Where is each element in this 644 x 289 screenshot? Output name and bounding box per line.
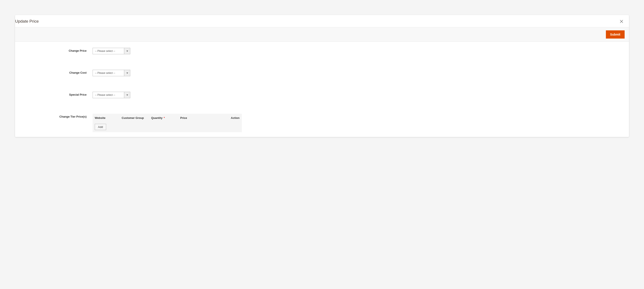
change-cost-label: Change Cost <box>20 70 92 74</box>
modal-title: Update Price <box>15 19 39 24</box>
close-icon <box>620 20 623 23</box>
modal-header: Update Price <box>15 15 629 27</box>
update-price-modal: Update Price Submit Change Price -- Plea… <box>15 15 629 137</box>
change-price-control: -- Please select -- <box>92 48 624 54</box>
tier-price-table: Website Customer Group Quantity * Price … <box>92 114 242 132</box>
close-button[interactable] <box>619 19 624 24</box>
special-price-control: -- Please select -- <box>92 92 624 98</box>
tier-price-control: Website Customer Group Quantity * Price … <box>92 114 624 132</box>
change-cost-row: Change Cost -- Please select -- <box>20 70 624 76</box>
tier-price-row: Change Tier Price(s) Website Customer Gr… <box>20 114 624 132</box>
change-cost-control: -- Please select -- <box>92 70 624 76</box>
change-price-select[interactable]: -- Please select -- <box>92 48 130 54</box>
special-price-select[interactable]: -- Please select -- <box>92 92 130 98</box>
special-price-select-arrow <box>124 92 130 98</box>
tier-price-label: Change Tier Price(s) <box>20 114 92 118</box>
special-price-row: Special Price -- Please select -- <box>20 92 624 98</box>
change-cost-select[interactable]: -- Please select -- <box>92 70 130 76</box>
add-tier-button[interactable]: Add <box>95 124 106 130</box>
tier-col-website: Website <box>95 116 122 120</box>
caret-down-icon <box>126 94 128 96</box>
special-price-label: Special Price <box>20 92 92 96</box>
tier-price-header: Website Customer Group Quantity * Price … <box>92 114 242 122</box>
change-cost-select-value: -- Please select -- <box>93 70 124 76</box>
tier-col-quantity: Quantity * <box>151 116 180 120</box>
change-price-label: Change Price <box>20 48 92 52</box>
change-price-select-value: -- Please select -- <box>93 48 124 54</box>
tier-price-footer: Add <box>92 122 242 132</box>
change-price-select-arrow <box>124 48 130 54</box>
caret-down-icon <box>126 72 128 74</box>
tier-col-customer-group: Customer Group <box>122 116 151 120</box>
special-price-select-value: -- Please select -- <box>93 92 124 98</box>
modal-toolbar: Submit <box>15 27 629 42</box>
change-cost-select-arrow <box>124 70 130 76</box>
required-marker: * <box>164 116 165 120</box>
change-price-row: Change Price -- Please select -- <box>20 48 624 54</box>
submit-button[interactable]: Submit <box>606 30 624 38</box>
tier-col-price: Price <box>180 116 231 120</box>
tier-col-quantity-text: Quantity <box>151 116 162 120</box>
tier-col-action: Action <box>231 116 240 120</box>
form-area: Change Price -- Please select -- Change … <box>15 42 629 137</box>
caret-down-icon <box>126 50 128 52</box>
